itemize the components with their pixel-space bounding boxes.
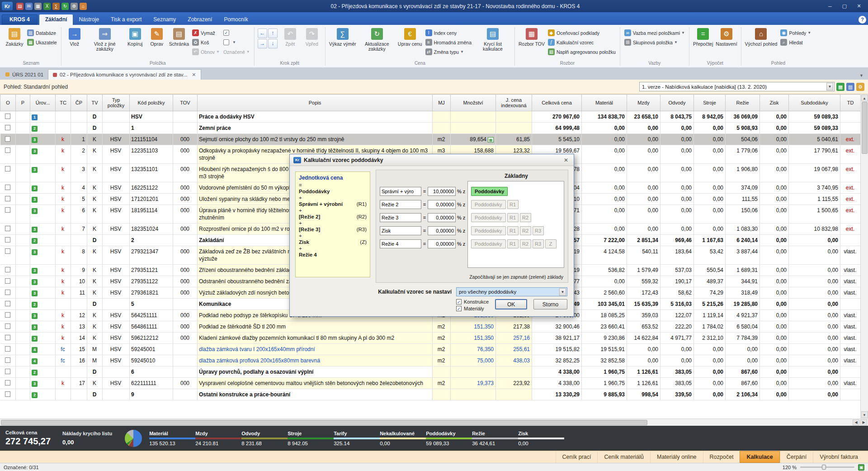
kros-logo-icon[interactable]: Kr <box>2 2 13 10</box>
column-header-odvody[interactable]: Odvody <box>660 95 694 111</box>
row-checkbox[interactable] <box>5 335 10 340</box>
module-tab-vyrobni-faktura[interactable]: Výrobní faktura <box>813 451 864 463</box>
module-tab-kalkulace[interactable]: Kalkulace <box>740 451 779 463</box>
checkbox-checked-icon-button[interactable]: ✓ <box>222 28 252 38</box>
base-button-poddodavky[interactable]: Poddodávky <box>471 239 506 248</box>
app-menu-icon[interactable]: ▤ <box>16 3 24 10</box>
row-checkbox[interactable] <box>5 312 10 318</box>
row-checkbox[interactable] <box>5 125 10 130</box>
checkbox-icon[interactable]: ✓ <box>456 306 462 311</box>
fit-view-icon[interactable]: ▣ <box>858 464 864 471</box>
column-header-o[interactable]: O <box>0 95 16 111</box>
arrow-left-icon[interactable]: ← <box>258 29 267 38</box>
ok-button[interactable]: OK <box>495 299 527 309</box>
skupinova-polozka-button[interactable]: ⊞Skupinová položka▼ <box>623 38 687 47</box>
cancel-button[interactable]: Storno <box>533 299 567 309</box>
excel-export-icon[interactable]: X <box>43 3 51 10</box>
column-header-td[interactable]: TD <box>840 95 861 111</box>
tab-nastroje[interactable]: Nástroje <box>73 14 105 25</box>
kos-button[interactable]: ♻Koš <box>190 38 222 47</box>
measurement-list-icon[interactable]: ▦ <box>488 137 494 143</box>
overhead-name-input[interactable] <box>380 226 421 235</box>
module-tab-cenik-materialu[interactable]: Ceník materiálů <box>597 451 650 463</box>
base-button-r2[interactable]: R2 <box>520 213 531 222</box>
app-menu-button[interactable]: KROS 4 <box>2 14 38 25</box>
overhead-name-input[interactable] <box>380 187 421 196</box>
vloz-button[interactable]: →Vlož <box>64 26 85 48</box>
tab-pomocnik[interactable]: Pomocník <box>218 14 254 25</box>
column-header-j-cena-indexovana[interactable]: J. cena indexovaná <box>496 95 532 111</box>
zpet-button[interactable]: ↶Zpět <box>279 26 301 48</box>
base-button-r3[interactable]: R3 <box>533 226 544 235</box>
column-header-mnozstvi[interactable]: Množství <box>451 95 496 111</box>
row-checkbox[interactable] <box>5 248 10 254</box>
arrow-up-icon[interactable]: ↑ <box>268 29 278 38</box>
zakazky-button[interactable]: ▤Zakázky <box>4 26 25 48</box>
vychozi-pohled-button[interactable]: ⌂Výchozí pohled <box>744 26 779 48</box>
base-button-r1[interactable]: R1 <box>507 213 519 222</box>
base-button-r3[interactable]: R3 <box>533 239 544 248</box>
uprav-cenu-button[interactable]: €Uprav cenu <box>396 26 424 48</box>
obnov-button[interactable]: ↶Obnov▼ <box>190 47 222 57</box>
scroll-down-icon[interactable]: ▼ <box>861 411 868 418</box>
zoom-slider[interactable] <box>800 466 854 468</box>
zmena-typu-button[interactable]: ⇄Změna typu▼ <box>424 47 473 57</box>
index-ceny-button[interactable]: IIndex ceny <box>424 28 473 38</box>
kopiruj-button[interactable]: ▣Kopíruj <box>124 26 146 48</box>
module-tab-materialy-online[interactable]: Materiály online <box>650 451 703 463</box>
column-header-tov[interactable]: TOV <box>173 95 198 111</box>
row-checkbox[interactable] <box>5 147 10 153</box>
base-button-poddodavky[interactable]: Poddodávky <box>471 213 506 222</box>
column-header-popis[interactable]: Popis <box>198 95 433 111</box>
schranka-button[interactable]: ▤Schránka <box>168 26 190 48</box>
close-button[interactable]: ✕ <box>852 0 866 12</box>
column-header-cp[interactable]: ČP <box>71 95 87 111</box>
table-row[interactable]: 2D6Úpravy povrchů, podlahy a osazování v… <box>0 366 861 378</box>
view-columns-icon[interactable]: ▥ <box>846 83 854 91</box>
apply-scope-select[interactable]: pro všechny poddodávky ▼ <box>456 287 567 296</box>
row-checkbox[interactable] <box>5 185 10 190</box>
tab-tisk-a-export[interactable]: Tisk a export <box>105 14 147 25</box>
checkbox-icon[interactable]: ✓ <box>456 299 462 304</box>
document-tab-2[interactable]: 02 - Příjezdová komunikace s vyrovnávací… <box>48 69 201 80</box>
column-header-rezie[interactable]: Režie <box>726 95 760 111</box>
column-header-tv[interactable]: TV <box>87 95 103 111</box>
vertical-scrollbar[interactable]: ▲ ▼ <box>860 94 868 419</box>
minimize-button[interactable]: ─ <box>823 0 837 12</box>
checkbox-konstrukce[interactable]: ✓Konstrukce <box>456 299 489 304</box>
tab-zobrazeni[interactable]: Zobrazení <box>182 14 218 25</box>
view-settings-icon[interactable]: ⚙ <box>856 83 864 91</box>
table-row[interactable]: 4fc16MHSV59245010dlažba zámková proflová… <box>0 355 861 366</box>
version-select[interactable]: 1. verze - Nabídková kalkulace [nabídka]… <box>639 82 835 91</box>
column-header-typ-polozky[interactable]: Typ položky <box>103 95 130 111</box>
column-header-tc[interactable]: TC <box>56 95 71 111</box>
table-row[interactable]: 2D1Zemní práce64 999,480,000,000,000,005… <box>0 123 861 134</box>
module-tab-rozpocet[interactable]: Rozpočet <box>703 451 740 463</box>
tab-zakladni[interactable]: Základní <box>39 14 73 25</box>
prepoctej-button[interactable]: =Přepočtej <box>692 26 714 48</box>
overhead-percent-input[interactable] <box>428 213 456 222</box>
scroll-up-icon[interactable]: ▲ <box>861 95 868 101</box>
tab-overflow-icon[interactable]: ▼ <box>859 73 867 80</box>
vloz-z-jine-zakazky-button[interactable]: ⇒Vlož z jiné zakázky <box>85 26 124 52</box>
checkbox-materialy[interactable]: ✓Materiály <box>456 306 489 311</box>
row-checkbox[interactable] <box>5 237 10 243</box>
column-header-mzdy[interactable]: Mzdy <box>627 95 660 111</box>
column-header-zisk[interactable]: Zisk <box>760 95 789 111</box>
horizontal-scroll-thumb[interactable] <box>1 420 647 425</box>
zoom-slider-thumb[interactable] <box>822 465 826 470</box>
oznacene-button[interactable]: Označené▼ <box>222 47 252 57</box>
overhead-percent-input[interactable] <box>428 226 456 235</box>
overhead-percent-input[interactable] <box>428 239 456 248</box>
vazba-mezi-polozkami-button[interactable]: ∞Vazba mezi položkami▼ <box>623 28 687 38</box>
arrow-down-icon[interactable]: ↓ <box>268 39 278 48</box>
aktualizace-zakazky-button[interactable]: ↻Aktualizace zakázky <box>358 26 396 52</box>
base-button-poddodavky[interactable]: Poddodávky <box>471 187 508 196</box>
kalkulacni-vzorec-button[interactable]: ƒKalkulační vzorec <box>546 38 618 47</box>
tab-seznamy[interactable]: Seznamy <box>147 14 182 25</box>
base-button-poddodavky[interactable]: Poddodávky <box>471 200 506 209</box>
base-button-r1[interactable]: R1 <box>507 226 519 235</box>
module-tab-cenik-praci[interactable]: Ceník prací <box>556 451 598 463</box>
maximize-button[interactable]: ▢ <box>837 0 852 12</box>
databaze-button[interactable]: ▥Databáze <box>25 28 59 38</box>
